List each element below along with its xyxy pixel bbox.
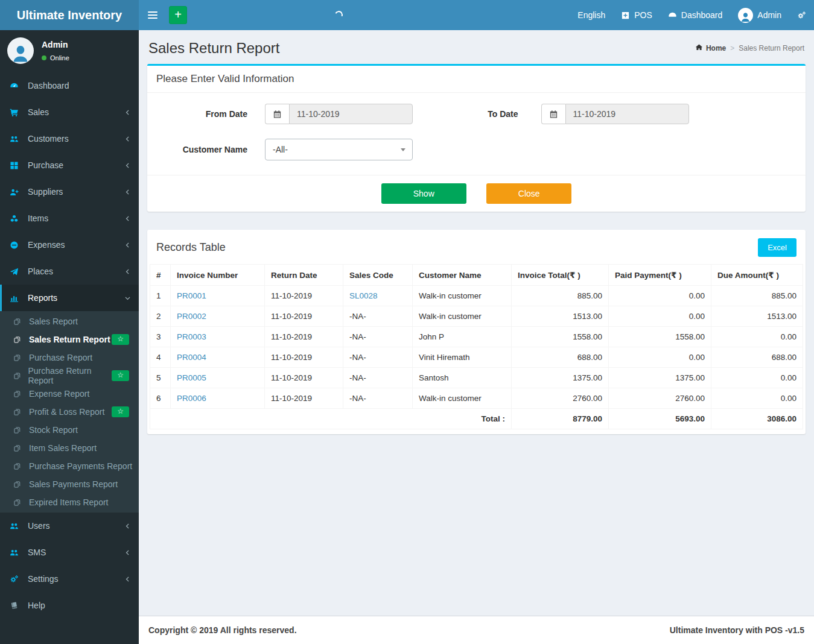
quick-add-button[interactable]: +	[169, 6, 187, 24]
sidebar-subitem-expired-items-report[interactable]: Expired Items Report	[0, 493, 139, 511]
invoice-total: 1558.00	[512, 327, 609, 347]
chevron-left-icon	[124, 523, 131, 529]
sidebar-subitem-purchase-report[interactable]: Purchase Report	[0, 349, 139, 367]
copy-icon	[13, 372, 24, 380]
sidebar-item-suppliers[interactable]: Suppliers	[0, 178, 139, 205]
total-due-amount: 3086.00	[711, 409, 803, 429]
pos-link[interactable]: POS	[613, 0, 660, 30]
column-header-invoice-number: Invoice Number	[171, 265, 265, 286]
row-number: 1	[150, 286, 171, 306]
return-date: 11-10-2019	[265, 306, 343, 327]
table-total-row: Total : 8779.00 5693.00 3086.00	[150, 409, 803, 429]
copy-icon	[13, 408, 25, 416]
invoice-number-link[interactable]: PR0002	[171, 306, 265, 327]
breadcrumb: Home > Sales Return Report	[695, 43, 804, 53]
favorite-star-badge[interactable]: ☆	[112, 334, 129, 346]
close-button[interactable]: Close	[486, 183, 571, 204]
invoice-number-link[interactable]: PR0004	[171, 347, 265, 368]
customer-name-select[interactable]: -All-	[265, 139, 413, 160]
table-row: 3PR000311-10-2019-NA-John P1558.001558.0…	[150, 327, 803, 347]
sidebar-item-customers[interactable]: Customers	[0, 125, 139, 152]
sidebar-item-places[interactable]: Places	[0, 258, 139, 285]
book-icon	[10, 601, 24, 610]
cogs-icon	[797, 11, 806, 20]
sidebar-item-label: Purchase	[28, 160, 63, 170]
copy-icon	[13, 390, 25, 398]
column-header-paid-payment: Paid Payment(₹ )	[609, 265, 711, 286]
user-avatar	[738, 8, 753, 23]
row-number: 5	[150, 368, 171, 388]
language-menu[interactable]: English	[570, 0, 613, 30]
sidebar: Admin Online DashboardSalesCustomersPurc…	[0, 30, 139, 644]
sidebar-item-purchase[interactable]: Purchase	[0, 152, 139, 178]
submenu-item-label: Item Sales Report	[29, 443, 97, 453]
sidebar-item-help[interactable]: Help	[0, 592, 139, 619]
user-menu[interactable]: Admin	[730, 0, 789, 30]
column-header-sales-code: Sales Code	[343, 265, 413, 286]
dashboard-link[interactable]: Dashboard	[660, 0, 731, 30]
sidebar-item-label: Customers	[28, 134, 69, 144]
column-header-: #	[150, 265, 171, 286]
favorite-star-badge[interactable]: ☆	[112, 406, 129, 418]
app-logo[interactable]: Ultimate Inventory	[0, 0, 139, 30]
breadcrumb-current: Sales Return Report	[739, 44, 804, 52]
copy-icon	[13, 426, 25, 434]
excel-export-button[interactable]: Excel	[758, 238, 797, 257]
sidebar-item-sms[interactable]: SMS	[0, 539, 139, 566]
invoice-number-link[interactable]: PR0001	[171, 286, 265, 306]
invoice-number-link[interactable]: PR0006	[171, 388, 265, 409]
sidebar-toggle-button[interactable]	[139, 0, 167, 30]
sidebar-subitem-profit-loss-report[interactable]: Profit & Loss Report☆	[0, 403, 139, 421]
sidebar-subitem-expense-report[interactable]: Expense Report	[0, 385, 139, 403]
sidebar-subitem-item-sales-report[interactable]: Item Sales Report	[0, 439, 139, 457]
sidebar-item-users[interactable]: Users	[0, 513, 139, 539]
sidebar-subitem-sales-report[interactable]: Sales Report	[0, 312, 139, 330]
from-date-label: From Date	[156, 109, 265, 119]
language-label: English	[577, 10, 605, 20]
sidebar-item-reports[interactable]: Reports	[0, 285, 139, 311]
online-status-label: Online	[50, 54, 69, 62]
chevron-left-icon	[124, 576, 131, 582]
to-date-input[interactable]	[565, 104, 689, 124]
sidebar-subitem-purchase-return-report[interactable]: Purchase Return Report☆	[0, 367, 139, 385]
sidebar-item-sales[interactable]: Sales	[0, 99, 139, 125]
sidebar-subitem-sales-return-report[interactable]: Sales Return Report☆	[0, 330, 139, 349]
to-date-label: To Date	[477, 109, 541, 119]
sidebar-subitem-purchase-payments-report[interactable]: Purchase Payments Report	[0, 457, 139, 475]
paid-payment: 0.00	[609, 306, 711, 327]
column-header-due-amount: Due Amount(₹ )	[711, 265, 803, 286]
online-status-dot	[42, 55, 46, 60]
settings-gear-menu[interactable]	[789, 0, 814, 30]
invoice-number-link[interactable]: PR0005	[171, 368, 265, 388]
customer-name-selected-value: -All-	[273, 145, 288, 154]
copy-icon	[13, 499, 25, 507]
sidebar-item-items[interactable]: Items	[0, 205, 139, 232]
customer-name: Santosh	[413, 368, 512, 388]
due-amount: 1513.00	[711, 306, 803, 327]
sidebar-item-dashboard[interactable]: Dashboard	[0, 72, 139, 99]
sales-code: -NA-	[343, 327, 413, 347]
home-icon	[695, 43, 703, 53]
show-button[interactable]: Show	[381, 183, 466, 204]
sales-code-link[interactable]: SL0028	[343, 286, 413, 306]
sidebar-item-label: Items	[28, 213, 48, 223]
from-date-input[interactable]	[289, 104, 413, 124]
sidebar-subitem-sales-payments-report[interactable]: Sales Payments Report	[0, 475, 139, 493]
paid-payment: 0.00	[609, 347, 711, 368]
records-panel-title: Records Table	[156, 241, 226, 254]
chevron-left-icon	[124, 549, 131, 556]
sidebar-item-expenses[interactable]: Expenses	[0, 232, 139, 258]
breadcrumb-home-link[interactable]: Home	[695, 43, 726, 53]
sidebar-subitem-stock-report[interactable]: Stock Report	[0, 421, 139, 439]
invoice-number-link[interactable]: PR0003	[171, 327, 265, 347]
invoice-total: 688.00	[512, 347, 609, 368]
row-number: 4	[150, 347, 171, 368]
cubes-icon	[10, 214, 24, 223]
submenu-item-label: Profit & Loss Report	[29, 407, 104, 417]
table-row: 2PR000211-10-2019-NA-Walk-in customer151…	[150, 306, 803, 327]
favorite-star-badge[interactable]: ☆	[112, 370, 129, 382]
return-date: 11-10-2019	[265, 347, 343, 368]
sidebar-item-settings[interactable]: Settings	[0, 566, 139, 592]
paid-payment: 2760.00	[609, 388, 711, 409]
submenu-item-label: Expired Items Report	[29, 497, 109, 507]
